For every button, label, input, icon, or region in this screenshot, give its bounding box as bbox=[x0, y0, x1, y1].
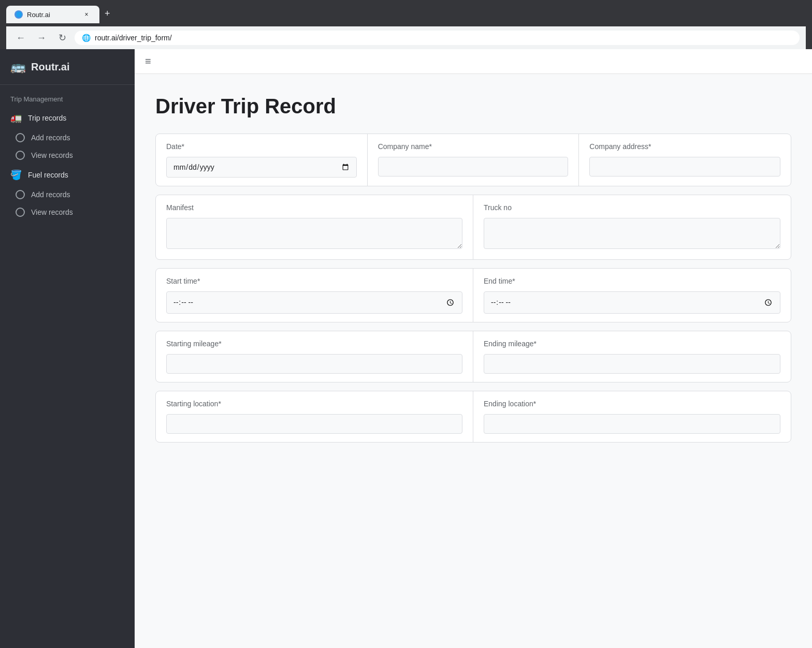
starting-location-label: Starting location* bbox=[166, 400, 462, 408]
form-row-4: Starting mileage* Ending mileage* bbox=[155, 331, 791, 382]
ending-mileage-cell: Ending mileage* bbox=[473, 331, 791, 382]
tab-close-button[interactable]: × bbox=[82, 10, 91, 19]
topbar: ≡ bbox=[135, 49, 812, 74]
form-row-3: Start time* End time* bbox=[155, 268, 791, 322]
sidebar-item-fuel-view-records[interactable]: View records bbox=[0, 203, 135, 221]
start-time-label: Start time* bbox=[166, 277, 462, 285]
content-area: Driver Trip Record Date* Company name* C… bbox=[135, 74, 812, 472]
browser-toolbar: ← → ↻ 🌐 routr.ai/driver_trip_form/ bbox=[6, 26, 806, 49]
company-name-label: Company name* bbox=[378, 142, 569, 151]
browser-chrome: 🌐 Routr.ai × + ← → ↻ 🌐 routr.ai/driver_t… bbox=[0, 0, 812, 49]
trip-view-records-label: View records bbox=[31, 151, 73, 159]
sidebar-item-fuel-records[interactable]: 🪣 Fuel records bbox=[0, 164, 135, 186]
sub-circle-icon-4 bbox=[16, 208, 25, 217]
active-tab[interactable]: 🌐 Routr.ai × bbox=[6, 6, 99, 23]
form-row-1: Date* Company name* Company address* bbox=[155, 134, 791, 186]
truck-no-label: Truck no bbox=[484, 203, 780, 212]
manifest-cell: Manifest bbox=[156, 195, 473, 259]
manifest-input[interactable] bbox=[166, 218, 462, 249]
address-bar[interactable]: 🌐 routr.ai/driver_trip_form/ bbox=[75, 31, 800, 45]
refresh-button[interactable]: ↻ bbox=[54, 30, 70, 46]
form-row-5: Starting location* Ending location* bbox=[155, 391, 791, 443]
form-row-2: Manifest Truck no bbox=[155, 195, 791, 260]
truck-icon: 🚛 bbox=[10, 112, 22, 124]
main-content: ≡ Driver Trip Record Date* Company name*… bbox=[135, 49, 812, 648]
sidebar-fuel-records-label: Fuel records bbox=[28, 171, 68, 179]
starting-mileage-label: Starting mileage* bbox=[166, 340, 462, 348]
fuel-view-records-label: View records bbox=[31, 208, 73, 216]
date-label: Date* bbox=[166, 142, 357, 151]
browser-tabs: 🌐 Routr.ai × + bbox=[6, 4, 806, 23]
sidebar-item-trip-records[interactable]: 🚛 Trip records bbox=[0, 107, 135, 129]
app-container: 🚌 Routr.ai Trip Management 🚛 Trip record… bbox=[0, 49, 812, 648]
company-name-input[interactable] bbox=[378, 157, 569, 176]
new-tab-button[interactable]: + bbox=[100, 4, 114, 23]
address-text: routr.ai/driver_trip_form/ bbox=[95, 34, 792, 42]
sidebar-logo: 🚌 Routr.ai bbox=[0, 49, 135, 85]
sub-circle-icon bbox=[16, 133, 25, 142]
logo-text: Routr.ai bbox=[31, 61, 69, 73]
end-time-label: End time* bbox=[484, 277, 780, 285]
trip-add-records-label: Add records bbox=[31, 134, 70, 142]
ending-location-cell: Ending location* bbox=[473, 391, 791, 442]
address-bar-icon: 🌐 bbox=[82, 34, 91, 42]
starting-location-input[interactable] bbox=[166, 414, 462, 434]
truck-no-input[interactable] bbox=[484, 218, 780, 249]
fuel-add-records-label: Add records bbox=[31, 190, 70, 199]
starting-mileage-cell: Starting mileage* bbox=[156, 331, 473, 382]
sidebar: 🚌 Routr.ai Trip Management 🚛 Trip record… bbox=[0, 49, 135, 648]
sub-circle-icon-3 bbox=[16, 190, 25, 199]
logo-icon: 🚌 bbox=[10, 60, 26, 74]
start-time-cell: Start time* bbox=[156, 269, 473, 322]
back-button[interactable]: ← bbox=[12, 30, 29, 46]
sub-circle-icon-2 bbox=[16, 151, 25, 160]
trip-management-label: Trip Management bbox=[0, 85, 135, 107]
company-name-cell: Company name* bbox=[368, 134, 579, 186]
starting-location-cell: Starting location* bbox=[156, 391, 473, 442]
sidebar-item-fuel-add-records[interactable]: Add records bbox=[0, 186, 135, 203]
manifest-label: Manifest bbox=[166, 203, 462, 212]
start-time-input[interactable] bbox=[166, 291, 462, 314]
company-address-label: Company address* bbox=[589, 142, 780, 151]
truck-no-cell: Truck no bbox=[473, 195, 791, 259]
hamburger-icon[interactable]: ≡ bbox=[145, 55, 151, 67]
end-time-input[interactable] bbox=[484, 291, 780, 314]
page-title: Driver Trip Record bbox=[155, 95, 791, 118]
ending-location-input[interactable] bbox=[484, 414, 780, 434]
date-input[interactable] bbox=[166, 157, 357, 178]
end-time-cell: End time* bbox=[473, 269, 791, 322]
ending-location-label: Ending location* bbox=[484, 400, 780, 408]
date-cell: Date* bbox=[156, 134, 368, 186]
sidebar-item-trip-view-records[interactable]: View records bbox=[0, 146, 135, 164]
fuel-icon: 🪣 bbox=[10, 169, 22, 181]
company-address-cell: Company address* bbox=[579, 134, 791, 186]
company-address-input[interactable] bbox=[589, 157, 780, 176]
tab-favicon: 🌐 bbox=[15, 10, 23, 19]
tab-title: Routr.ai bbox=[27, 11, 50, 19]
ending-mileage-label: Ending mileage* bbox=[484, 340, 780, 348]
sidebar-item-trip-add-records[interactable]: Add records bbox=[0, 129, 135, 146]
sidebar-trip-records-label: Trip records bbox=[28, 114, 66, 122]
ending-mileage-input[interactable] bbox=[484, 354, 780, 374]
forward-button[interactable]: → bbox=[33, 30, 50, 46]
starting-mileage-input[interactable] bbox=[166, 354, 462, 374]
